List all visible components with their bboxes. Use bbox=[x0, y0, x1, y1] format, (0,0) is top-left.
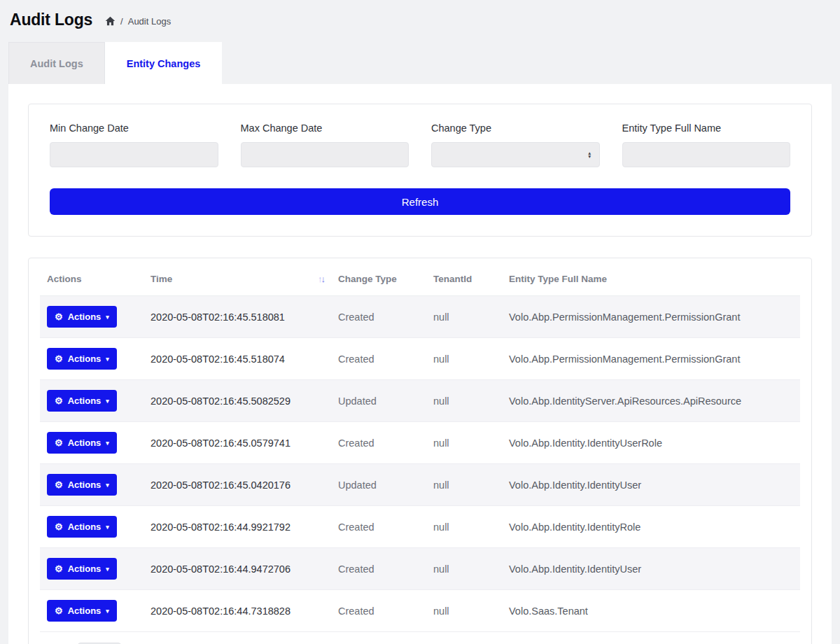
breadcrumb-separator: / bbox=[120, 16, 123, 27]
actions-cell: ⚙ Actions ▾ bbox=[40, 296, 144, 338]
entity-type-cell: Volo.Saas.Tenant bbox=[502, 590, 800, 632]
min-change-date-input[interactable] bbox=[50, 142, 218, 167]
breadcrumb: / Audit Logs bbox=[105, 16, 171, 27]
table-row: ⚙ Actions ▾ 2020-05-08T02:16:45.518074 C… bbox=[40, 338, 800, 380]
time-cell: 2020-05-08T02:16:45.0420176 bbox=[144, 464, 331, 506]
col-time[interactable]: Time ↑↓ bbox=[144, 261, 331, 296]
tab-audit-logs[interactable]: Audit Logs bbox=[8, 42, 105, 84]
entity-type-cell: Volo.Abp.Identity.IdentityUser bbox=[502, 464, 800, 506]
caret-down-icon: ▾ bbox=[106, 356, 109, 363]
tenantid-cell: null bbox=[426, 548, 502, 590]
table-row: ⚙ Actions ▾ 2020-05-08T02:16:45.518081 C… bbox=[40, 296, 800, 338]
filter-field-entity-type: Entity Type Full Name bbox=[622, 122, 791, 167]
filter-field-change-type: Change Type ▲▼ bbox=[431, 122, 600, 167]
breadcrumb-current: Audit Logs bbox=[128, 16, 171, 27]
max-change-date-input[interactable] bbox=[241, 142, 410, 167]
row-actions-button[interactable]: ⚙ Actions ▾ bbox=[47, 390, 117, 412]
time-cell: 2020-05-08T02:16:44.9472706 bbox=[144, 548, 331, 590]
actions-cell: ⚙ Actions ▾ bbox=[40, 338, 144, 380]
time-cell: 2020-05-08T02:16:45.5082529 bbox=[144, 380, 331, 422]
time-cell: 2020-05-08T02:16:44.9921792 bbox=[144, 506, 331, 548]
caret-down-icon: ▾ bbox=[106, 482, 109, 489]
entity-type-cell: Volo.Abp.IdentityServer.ApiResources.Api… bbox=[502, 380, 800, 422]
time-cell: 2020-05-08T02:16:44.7318828 bbox=[144, 590, 331, 632]
entity-type-cell: Volo.Abp.Identity.IdentityUser bbox=[502, 548, 800, 590]
change-type-cell: Updated bbox=[331, 380, 426, 422]
tenantid-cell: null bbox=[426, 338, 502, 380]
gear-icon: ⚙ bbox=[55, 606, 63, 616]
gear-icon: ⚙ bbox=[55, 354, 63, 364]
table-row: ⚙ Actions ▾ 2020-05-08T02:16:45.0579741 … bbox=[40, 422, 800, 464]
entity-type-cell: Volo.Abp.PermissionManagement.Permission… bbox=[502, 296, 800, 338]
change-type-select[interactable]: ▲▼ bbox=[431, 142, 600, 167]
time-cell: 2020-05-08T02:16:45.518074 bbox=[144, 338, 331, 380]
row-actions-label: Actions bbox=[68, 312, 102, 322]
row-actions-label: Actions bbox=[68, 354, 102, 364]
caret-down-icon: ▾ bbox=[106, 524, 109, 531]
tab-content-panel: Min Change Date Max Change Date Change T… bbox=[8, 84, 832, 644]
entity-changes-table: Actions Time ↑↓ Change Type TenantId Ent… bbox=[40, 261, 800, 632]
table-row: ⚙ Actions ▾ 2020-05-08T02:16:44.7318828 … bbox=[40, 590, 800, 632]
caret-down-icon: ▾ bbox=[106, 398, 109, 405]
col-actions: Actions bbox=[40, 261, 144, 296]
entity-type-cell: Volo.Abp.PermissionManagement.Permission… bbox=[502, 338, 800, 380]
row-actions-button[interactable]: ⚙ Actions ▾ bbox=[47, 348, 117, 370]
row-actions-label: Actions bbox=[68, 522, 102, 532]
table-row: ⚙ Actions ▾ 2020-05-08T02:16:44.9472706 … bbox=[40, 548, 800, 590]
tab-entity-changes[interactable]: Entity Changes bbox=[105, 42, 223, 84]
change-type-cell: Updated bbox=[331, 464, 426, 506]
page: Audit Logs / Audit Logs Audit Logs Entit… bbox=[0, 0, 840, 644]
table-header-row: Actions Time ↑↓ Change Type TenantId Ent… bbox=[40, 261, 800, 296]
time-cell: 2020-05-08T02:16:45.518081 bbox=[144, 296, 331, 338]
change-type-cell: Created bbox=[331, 296, 426, 338]
change-type-cell: Created bbox=[331, 506, 426, 548]
col-entity-type-full-name: Entity Type Full Name bbox=[502, 261, 800, 296]
page-header: Audit Logs / Audit Logs bbox=[0, 0, 840, 38]
filter-card: Min Change Date Max Change Date Change T… bbox=[28, 104, 812, 237]
sort-icon[interactable]: ↑↓ bbox=[318, 274, 324, 284]
select-arrows-icon: ▲▼ bbox=[587, 151, 592, 158]
change-type-label: Change Type bbox=[431, 122, 600, 134]
row-actions-label: Actions bbox=[68, 479, 102, 490]
tenantid-cell: null bbox=[426, 380, 502, 422]
change-type-cell: Created bbox=[331, 338, 426, 380]
gear-icon: ⚙ bbox=[55, 312, 63, 322]
caret-down-icon: ▾ bbox=[106, 608, 109, 615]
filter-field-min-change-date: Min Change Date bbox=[50, 122, 218, 167]
tab-bar: Audit Logs Entity Changes bbox=[8, 42, 832, 84]
actions-cell: ⚙ Actions ▾ bbox=[40, 506, 144, 548]
change-type-cell: Created bbox=[331, 422, 426, 464]
row-actions-button[interactable]: ⚙ Actions ▾ bbox=[47, 306, 117, 328]
row-actions-button[interactable]: ⚙ Actions ▾ bbox=[47, 600, 117, 622]
row-actions-button[interactable]: ⚙ Actions ▾ bbox=[47, 516, 117, 538]
col-tenantid: TenantId bbox=[426, 261, 502, 296]
min-change-date-label: Min Change Date bbox=[50, 122, 218, 134]
change-type-cell: Created bbox=[331, 590, 426, 632]
actions-cell: ⚙ Actions ▾ bbox=[40, 590, 144, 632]
entity-type-label: Entity Type Full Name bbox=[622, 122, 791, 134]
filter-field-max-change-date: Max Change Date bbox=[241, 122, 410, 167]
actions-cell: ⚙ Actions ▾ bbox=[40, 422, 144, 464]
row-actions-button[interactable]: ⚙ Actions ▾ bbox=[47, 474, 117, 496]
table-row: ⚙ Actions ▾ 2020-05-08T02:16:45.5082529 … bbox=[40, 380, 800, 422]
col-change-type: Change Type bbox=[331, 261, 426, 296]
row-actions-label: Actions bbox=[68, 396, 102, 406]
row-actions-label: Actions bbox=[68, 564, 102, 574]
entity-type-input[interactable] bbox=[622, 142, 791, 167]
tenantid-cell: null bbox=[426, 296, 502, 338]
tenantid-cell: null bbox=[426, 464, 502, 506]
table-footer: Show 10 ▲▼ entries Showing 31 to 38 of 3… bbox=[40, 632, 800, 644]
row-actions-button[interactable]: ⚙ Actions ▾ bbox=[47, 432, 117, 454]
table-body: ⚙ Actions ▾ 2020-05-08T02:16:45.518081 C… bbox=[40, 296, 800, 632]
caret-down-icon: ▾ bbox=[106, 566, 109, 573]
tenantid-cell: null bbox=[426, 590, 502, 632]
refresh-button[interactable]: Refresh bbox=[50, 188, 790, 215]
gear-icon: ⚙ bbox=[55, 396, 63, 406]
max-change-date-label: Max Change Date bbox=[241, 122, 410, 134]
tenantid-cell: null bbox=[426, 506, 502, 548]
gear-icon: ⚙ bbox=[55, 479, 63, 490]
row-actions-label: Actions bbox=[68, 438, 102, 448]
row-actions-button[interactable]: ⚙ Actions ▾ bbox=[47, 558, 117, 580]
gear-icon: ⚙ bbox=[55, 564, 63, 574]
home-icon[interactable] bbox=[105, 16, 115, 26]
